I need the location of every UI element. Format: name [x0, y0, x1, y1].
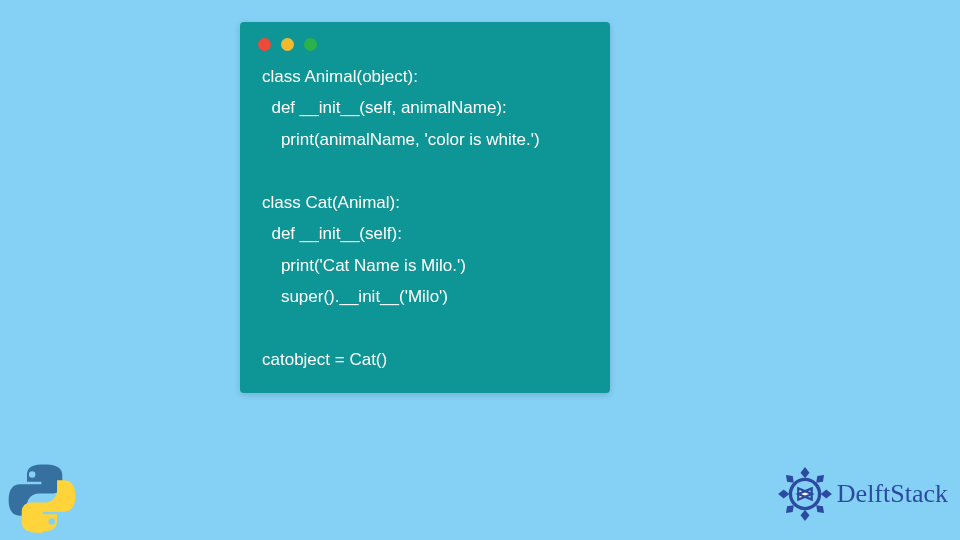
python-logo-icon — [6, 462, 78, 534]
code-block: class Animal(object): def __init__(self,… — [240, 61, 610, 375]
minimize-icon — [281, 38, 294, 51]
svg-marker-3 — [820, 490, 831, 499]
svg-marker-0 — [800, 467, 809, 478]
svg-marker-5 — [816, 475, 824, 483]
brand-badge: DelftStack — [777, 466, 948, 522]
close-icon — [258, 38, 271, 51]
svg-marker-1 — [800, 510, 809, 521]
svg-marker-6 — [786, 505, 794, 513]
svg-marker-4 — [786, 475, 794, 483]
svg-marker-7 — [816, 505, 824, 513]
brand-name: DelftStack — [837, 479, 948, 509]
svg-marker-2 — [778, 490, 789, 499]
window-titlebar — [240, 34, 610, 61]
maximize-icon — [304, 38, 317, 51]
brand-logo-icon — [777, 466, 833, 522]
code-window: class Animal(object): def __init__(self,… — [240, 22, 610, 393]
